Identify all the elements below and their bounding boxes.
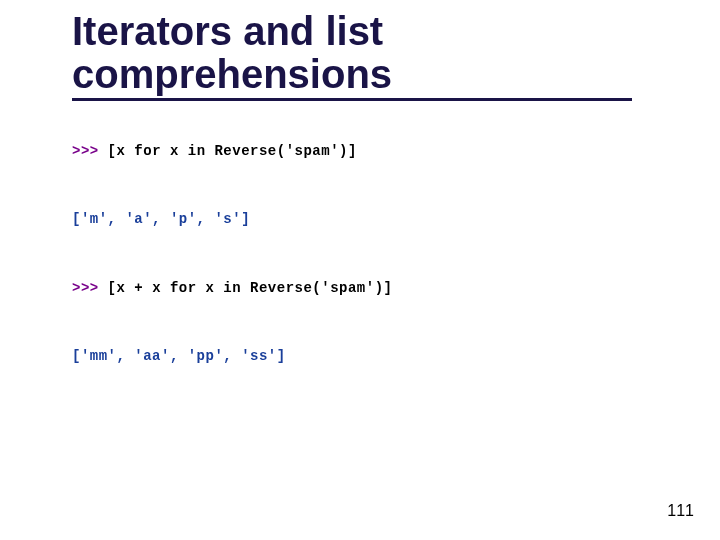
code-line: >>> [x for x in Reverse('spam')] (72, 142, 672, 160)
output-line: ['mm', 'aa', 'pp', 'ss'] (72, 347, 672, 365)
code-text: [x for x in Reverse('spam')] (99, 143, 357, 159)
code-text: [x + x for x in Reverse('spam')] (99, 280, 393, 296)
prompt-symbol: >>> (72, 280, 99, 296)
prompt-symbol: >>> (72, 143, 99, 159)
page-number: 111 (667, 502, 694, 520)
code-line: >>> [x + x for x in Reverse('spam')] (72, 279, 672, 297)
code-block: >>> [x for x in Reverse('spam')] ['m', '… (72, 105, 672, 416)
output-line: ['m', 'a', 'p', 's'] (72, 210, 672, 228)
slide-title: Iterators and list comprehensions (72, 10, 632, 101)
slide: Iterators and list comprehensions >>> [x… (72, 10, 672, 416)
